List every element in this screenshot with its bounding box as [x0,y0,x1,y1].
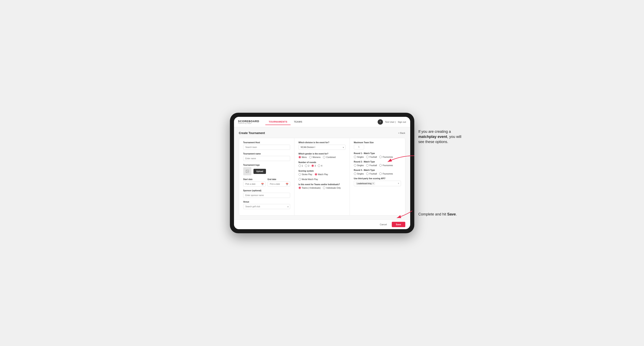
form-grid: Tournament Host Tournament name Tourname… [239,138,405,215]
gender-label: Which gender is the event for? [298,153,346,155]
venue-group: Venue [243,201,290,209]
round2-fourball[interactable]: Fourball [366,164,377,167]
teams-option[interactable]: Teams (+Individuals) [298,187,321,189]
max-team-size-group: Maximum Team Size [354,141,401,149]
start-date-group: Start date 📅 [243,178,266,187]
tab-tournaments[interactable]: TOURNAMENTS [265,119,290,125]
end-date-label: End date [268,178,290,180]
round3-match-type-group: Round 3 - Match Type Singles Fourball [354,169,401,175]
teams-radio-group: Teams (+Individuals) Individuals Only [298,187,346,189]
start-date-wrapper: 📅 [243,181,266,187]
outer-wrapper: SCOREBOARD Powered by clippit TOURNAMENT… [230,113,414,233]
api-tag-close[interactable]: ✕ [372,182,374,184]
gender-mens[interactable]: Mens [298,156,307,158]
round3-radios: Singles Fourball Foursomes [354,173,401,175]
arrow-save [394,209,414,221]
round-1[interactable]: 1 [298,165,303,167]
tournament-host-input[interactable] [243,145,290,150]
tournament-name-input[interactable] [243,156,290,161]
venue-select-wrapper [243,204,290,209]
tournament-name-label: Tournament name [243,153,290,155]
back-link[interactable]: < Back [398,132,405,134]
division-select-wrapper: NCAA Division I [298,145,346,150]
date-row: Start date 📅 End date [243,178,290,187]
arrow-matchplay [384,152,416,168]
cancel-button[interactable]: Cancel [377,222,390,227]
individuals-option[interactable]: Individuals Only [323,187,341,189]
upload-button[interactable]: Upload [254,169,266,174]
save-button[interactable]: Save [392,222,405,227]
round-2[interactable]: 2 [305,165,310,167]
logo-upload-row: Upload [243,167,290,175]
gender-womens[interactable]: Womens [309,156,320,158]
rounds-label: Number of rounds [298,161,346,164]
api-label: Use third-party live scoring API? [354,177,401,180]
page-header: Create Tournament < Back [239,131,405,135]
round3-singles[interactable]: Singles [354,173,364,175]
annotation-bottom-right: Complete and hit Save. [418,212,464,217]
round3-label: Round 3 - Match Type [354,169,401,171]
scoring-medal[interactable]: Medal Match Play [298,178,318,180]
sign-out-link[interactable]: Sign out [398,121,406,123]
gender-group: Which gender is the event for? Mens Wome… [298,153,346,158]
gender-radio-group: Mens Womens Combined [298,156,346,158]
form-col-2: Which division is the event for? NCAA Di… [294,138,350,215]
header-left: SCOREBOARD Powered by clippit TOURNAMENT… [238,119,306,125]
tournament-host-label: Tournament Host [243,141,290,144]
tournament-host-group: Tournament Host [243,141,290,150]
annotation-right: If you are creating a matchplay event, y… [418,129,464,145]
scoring-stroke[interactable]: Stroke Play [298,173,312,175]
sponsor-input[interactable] [243,193,290,198]
max-team-size-input[interactable] [354,145,364,149]
max-team-size-label: Maximum Team Size [354,141,401,144]
round1-singles[interactable]: Singles [354,156,364,158]
division-label: Which division is the event for? [298,141,346,144]
teams-label: Is this event for Teams and/or Individua… [298,183,346,185]
tab-teams[interactable]: TEAMS [290,119,306,125]
sponsor-label: Sponsor (optional) [243,189,290,192]
venue-label: Venue [243,201,290,203]
api-group: Use third-party live scoring API? Leader… [354,177,401,186]
round2-singles[interactable]: Singles [354,164,364,167]
tablet-frame: SCOREBOARD Powered by clippit TOURNAMENT… [230,113,414,233]
round3-foursomes[interactable]: Foursomes [379,173,393,175]
user-avatar: T [378,119,383,125]
nav-tabs: TOURNAMENTS TEAMS [265,119,306,125]
form-col-3: Maximum Team Size Round 1 - Match Type S… [350,138,405,215]
division-select[interactable]: NCAA Division I [298,145,346,150]
end-date-wrapper: 📅 [268,181,290,187]
api-dropdown-icon: ▾ [398,182,399,185]
calendar-icon-end: 📅 [286,183,288,185]
main-content: Create Tournament < Back Tournament Host… [234,127,410,219]
page-title: Create Tournament [239,131,265,135]
header-right: T Test User | Sign out [378,119,406,125]
logo-block: SCOREBOARD Powered by clippit [238,120,260,124]
form-footer: Cancel Save [234,219,410,229]
scoring-radio-group: Stroke Play Match Play Medal Match Play [298,173,346,180]
scoring-match[interactable]: Match Play [315,173,328,175]
round1-fourball[interactable]: Fourball [366,156,377,158]
logo-main: SCOREBOARD [238,120,260,123]
tournament-logo-group: Tournament logo Upload [243,164,290,175]
gender-combined[interactable]: Combined [323,156,336,158]
sponsor-group: Sponsor (optional) [243,189,290,198]
teams-group: Is this event for Teams and/or Individua… [298,183,346,189]
division-group: Which division is the event for? NCAA Di… [298,141,346,150]
round-3[interactable]: 3 [312,165,316,167]
round3-fourball[interactable]: Fourball [366,173,377,175]
round-4[interactable]: 4 [318,165,322,167]
api-select-wrapper[interactable]: Leaderboard King ✕ ▾ [354,181,401,186]
svg-point-1 [246,171,247,171]
api-tag: Leaderboard King ✕ [356,182,376,185]
tournament-logo-label: Tournament logo [243,164,290,166]
tournament-name-group: Tournament name [243,153,290,161]
venue-input[interactable] [243,204,290,209]
scoring-group: Scoring system Stroke Play Match Play [298,170,346,180]
end-date-group: End date 📅 [268,178,290,187]
start-date-label: Start date [243,178,266,180]
logo-preview [243,167,252,175]
app-header: SCOREBOARD Powered by clippit TOURNAMENT… [234,117,410,127]
rounds-group: Number of rounds 1 2 [298,161,346,167]
calendar-icon: 📅 [261,183,264,185]
form-col-1: Tournament Host Tournament name Tourname… [239,138,294,215]
